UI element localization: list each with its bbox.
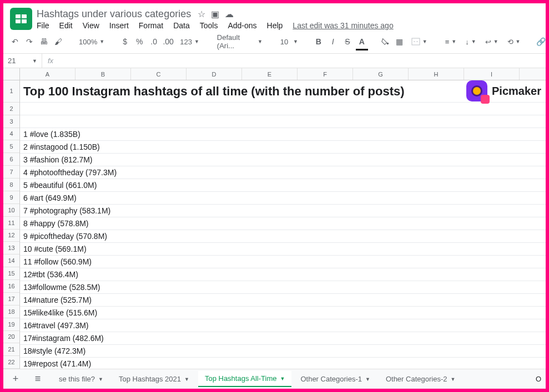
- sheets-app-icon[interactable]: [10, 8, 32, 30]
- row-header[interactable]: 17: [3, 293, 19, 306]
- tab-overflow[interactable]: O: [536, 375, 541, 383]
- row-header[interactable]: 22: [3, 356, 19, 369]
- chevron-down-icon[interactable]: ▼: [98, 376, 103, 382]
- format-currency-button[interactable]: $: [120, 35, 130, 48]
- row-header[interactable]: 19: [3, 318, 19, 331]
- row-header[interactable]: 9: [3, 191, 19, 204]
- bold-button[interactable]: B: [314, 35, 324, 48]
- sheet-tab[interactable]: Top Hashtags 2021▼: [112, 371, 196, 387]
- row-header[interactable]: 21: [3, 343, 19, 356]
- column-header[interactable]: A: [20, 68, 75, 80]
- cell[interactable]: 8 #happy (578.8M): [20, 217, 546, 230]
- font-family-dropdown[interactable]: Default (Ari...▼: [215, 33, 265, 50]
- borders-button[interactable]: ▦: [395, 35, 405, 48]
- row-header[interactable]: 16: [3, 280, 19, 293]
- menu-file[interactable]: File: [37, 21, 49, 30]
- row-header[interactable]: 6: [3, 153, 19, 166]
- menu-addons[interactable]: Add-ons: [228, 21, 256, 30]
- column-header[interactable]: I: [464, 68, 520, 80]
- cell[interactable]: 9 #picoftheday (570.8M): [20, 230, 546, 243]
- column-header[interactable]: E: [242, 68, 298, 80]
- column-header[interactable]: B: [75, 68, 131, 80]
- print-button[interactable]: 🖶: [39, 35, 49, 48]
- sheet-tab[interactable]: Other Categories-2▼: [379, 371, 462, 387]
- name-box[interactable]: 21▼: [3, 54, 42, 68]
- row-header[interactable]: 5: [3, 140, 19, 153]
- row-header[interactable]: 8: [3, 179, 19, 191]
- cell[interactable]: 6 #art (649.9M): [20, 192, 546, 205]
- cell[interactable]: 17#instagram (482.6M): [20, 332, 546, 345]
- formula-input[interactable]: [59, 54, 546, 68]
- sheet-tab[interactable]: se this file?▼: [52, 371, 110, 387]
- sheet-tab[interactable]: Other Categories-1▼: [294, 371, 376, 387]
- chevron-down-icon[interactable]: ▼: [280, 376, 285, 381]
- cell[interactable]: 18#style (472.3M): [20, 345, 546, 358]
- cell[interactable]: 2 #instagood (1.150B): [20, 141, 546, 154]
- text-rotation-button[interactable]: ⟲▼: [505, 38, 523, 46]
- menu-data[interactable]: Data: [173, 21, 190, 30]
- redo-button[interactable]: ↷: [24, 35, 34, 48]
- row-header[interactable]: 3: [3, 115, 19, 128]
- row-header[interactable]: 14: [3, 254, 19, 267]
- column-header[interactable]: H: [409, 68, 464, 80]
- text-color-button[interactable]: A: [357, 35, 367, 48]
- cell[interactable]: 4 #photooftheday (797.3M): [20, 166, 546, 179]
- cell[interactable]: 19#repost (471.4M): [20, 358, 546, 369]
- row-header[interactable]: 4: [3, 128, 19, 141]
- menu-insert[interactable]: Insert: [109, 21, 129, 30]
- format-percent-button[interactable]: %: [134, 35, 144, 48]
- row-header[interactable]: 2: [3, 103, 19, 115]
- select-all-cells[interactable]: [3, 68, 20, 80]
- cell[interactable]: 7 #photography (583.1M): [20, 205, 546, 217]
- chevron-down-icon[interactable]: ▼: [450, 376, 455, 382]
- sheet-tab[interactable]: Top Hashtags All-Time▼: [198, 371, 292, 387]
- cell[interactable]: 16#travel (497.3M): [20, 319, 546, 332]
- cell[interactable]: 10 #cute (569.1M): [20, 243, 546, 256]
- menu-view[interactable]: View: [83, 21, 99, 30]
- column-header[interactable]: D: [187, 68, 242, 80]
- row-header[interactable]: 13: [3, 242, 19, 254]
- cell[interactable]: 13#followme (528.5M): [20, 281, 546, 294]
- cell[interactable]: 12#tbt (536.4M): [20, 268, 546, 281]
- strikethrough-button[interactable]: S: [343, 35, 352, 48]
- add-sheet-button[interactable]: +: [8, 373, 23, 385]
- row-header[interactable]: 11: [3, 217, 19, 230]
- row-header[interactable]: 12: [3, 230, 19, 242]
- column-header[interactable]: G: [353, 68, 409, 80]
- cell[interactable]: 15#like4like (515.6M): [20, 307, 546, 319]
- font-size-dropdown[interactable]: 10▼: [278, 38, 300, 46]
- more-formats-dropdown[interactable]: 123▼: [178, 38, 202, 46]
- document-title[interactable]: Hashtags under various categories: [37, 8, 191, 20]
- all-sheets-button[interactable]: ≡: [30, 373, 46, 385]
- decrease-decimal-button[interactable]: .0: [149, 35, 159, 48]
- cell[interactable]: 11 #follow (560.9M): [20, 256, 546, 268]
- cell[interactable]: 14#nature (525.7M): [20, 294, 546, 307]
- increase-decimal-button[interactable]: .00: [163, 35, 173, 48]
- menu-help[interactable]: Help: [267, 21, 283, 30]
- column-header[interactable]: C: [131, 68, 187, 80]
- last-edit-link[interactable]: Last edit was 31 minutes ago: [293, 21, 393, 30]
- row-header[interactable]: 7: [3, 166, 19, 179]
- move-to-folder-icon[interactable]: ▣: [211, 9, 219, 19]
- star-icon[interactable]: ☆: [198, 9, 205, 19]
- cell[interactable]: 5 #beautiful (661.0M): [20, 179, 546, 192]
- chevron-down-icon[interactable]: ▼: [184, 376, 189, 382]
- row-header[interactable]: 18: [3, 306, 19, 318]
- row-header[interactable]: 1: [3, 80, 19, 103]
- chevron-down-icon[interactable]: ▼: [365, 376, 370, 382]
- menu-edit[interactable]: Edit: [59, 21, 73, 30]
- paint-format-button[interactable]: 🖌: [53, 35, 63, 48]
- horizontal-align-button[interactable]: ≡▼: [443, 38, 459, 46]
- fill-color-button[interactable]: [380, 35, 390, 48]
- insert-link-button[interactable]: 🔗: [536, 35, 546, 48]
- cell[interactable]: 3 #fashion (812.7M): [20, 154, 546, 166]
- row-header[interactable]: 20: [3, 331, 19, 344]
- text-wrap-button[interactable]: ↩▼: [483, 38, 501, 46]
- cell[interactable]: [20, 115, 546, 128]
- vertical-align-button[interactable]: ↓▼: [463, 38, 478, 46]
- merge-cells-button[interactable]: ▼: [409, 38, 430, 45]
- menu-tools[interactable]: Tools: [200, 21, 218, 30]
- cell[interactable]: [20, 103, 546, 115]
- zoom-dropdown[interactable]: 100%▼: [77, 38, 107, 46]
- column-header[interactable]: F: [298, 68, 353, 80]
